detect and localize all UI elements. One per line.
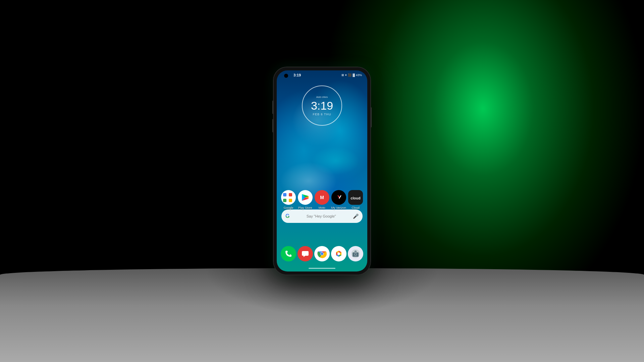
battery-icon: ▓ [353,73,355,77]
wifi-icon: ▾ [345,73,347,77]
phone-device: 3:19 ⊠ ▾ ⬛ ▓ 43% Add cities 3:19 FEB 6 T… [273,67,371,275]
svg-marker-6 [304,256,305,257]
chrome-icon [317,248,327,259]
app-item-google[interactable]: Google [281,190,296,209]
app-item-moto[interactable]: M Moto [315,190,329,209]
clock-date: FEB 6 THU [313,113,331,116]
camera-hole [284,74,288,78]
dock-camera[interactable] [348,246,363,261]
verizon-app-label: My Verizon [331,206,346,209]
drawer-indicator[interactable]: ⌃ [320,208,324,215]
google-dot-blue [283,193,286,196]
app-grid: Google [280,190,364,209]
clock-time: 3:19 [311,100,333,111]
google-dot-red [289,193,292,196]
microphone-icon[interactable]: 🎤 [353,214,359,219]
google-app-icon [281,190,296,205]
google-g-logo: G [285,213,289,219]
verizon-app-icon [331,190,346,205]
chevron-up-icon: ⌃ [320,209,324,214]
play-store-app-icon [298,190,313,205]
svg-point-10 [321,252,323,255]
svg-point-12 [337,252,340,255]
status-icons: ⊠ ▾ ⬛ ▓ 43% [341,73,362,77]
cloud-app-icon: cloud [348,190,363,205]
phone-screen[interactable]: 3:19 ⊠ ▾ ⬛ ▓ 43% Add cities 3:19 FEB 6 T… [277,70,367,272]
camera-icon [351,249,360,258]
dock-photos[interactable] [331,246,346,261]
clock-circle: Add cities 3:19 FEB 6 THU [302,85,342,126]
phone-wrapper: 3:19 ⊠ ▾ ⬛ ▓ 43% Add cities 3:19 FEB 6 T… [273,67,371,275]
app-item-cloud[interactable]: cloud Cloud [348,190,363,209]
svg-text:M: M [320,195,324,200]
play-store-svg [301,193,310,202]
app-item-verizon[interactable]: My Verizon [331,190,346,209]
moto-app-icon: M [315,190,329,205]
status-bar: 3:19 ⊠ ▾ ⬛ ▓ 43% [277,70,367,80]
phone-icon [284,249,293,258]
svg-text:cloud: cloud [351,196,360,200]
status-time: 3:19 [293,73,301,77]
battery-level: 43% [356,73,362,77]
cloud-app-label: Cloud [352,206,360,209]
play-store-app-label: Play Store [298,206,312,209]
verizon-svg [334,193,343,202]
dock-chrome[interactable] [314,246,330,261]
app-item-play-store[interactable]: Play Store [298,190,313,209]
search-placeholder: Say "Hey Google" [292,214,350,218]
messages-icon [301,249,310,258]
home-bar[interactable] [309,268,335,269]
dock-phone[interactable] [281,246,296,261]
bottom-dock [280,246,364,261]
nfc-icon: ⊠ [341,73,344,77]
google-app-label: Google [283,206,293,209]
table-surface [0,268,644,362]
dock-messages[interactable] [298,246,313,261]
google-dot-green [283,199,286,202]
google-dot-yellow [289,199,292,202]
svg-rect-5 [302,251,309,256]
cloud-svg: cloud [350,192,361,203]
clock-add-cities: Add cities [316,96,328,99]
svg-point-16 [355,254,357,255]
moto-svg: M [317,193,327,202]
clock-widget[interactable]: Add cities 3:19 FEB 6 THU [300,84,344,127]
sync-icon: ⬛ [348,73,352,77]
photos-icon [334,249,343,258]
